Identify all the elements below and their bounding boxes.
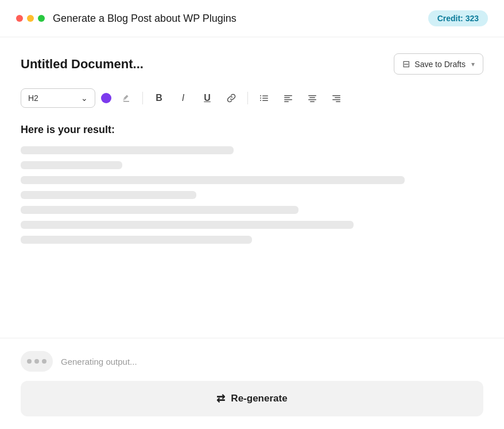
skeleton-line [21, 206, 298, 214]
heading-select-chevron: ⌄ [81, 93, 88, 103]
underline-icon: U [204, 93, 211, 103]
loading-dot-3 [42, 359, 46, 364]
svg-rect-11 [309, 98, 315, 99]
list-button[interactable] [255, 89, 273, 107]
svg-rect-14 [332, 95, 340, 96]
svg-rect-3 [262, 98, 268, 99]
skeleton-line [21, 176, 405, 184]
credit-badge: Credit: 323 [428, 10, 488, 26]
svg-rect-16 [332, 99, 340, 100]
traffic-dot-yellow [27, 15, 34, 22]
italic-icon: I [182, 93, 184, 103]
svg-rect-7 [284, 98, 290, 99]
skeleton-line [21, 221, 354, 229]
bottom-panel: Generating output... ⇄ Re-generate [0, 338, 504, 429]
underline-button[interactable]: U [198, 89, 216, 107]
generating-text: Generating output... [61, 357, 137, 366]
regenerate-label: Re-generate [231, 393, 287, 404]
svg-rect-13 [310, 102, 315, 103]
align-center-button[interactable] [303, 89, 321, 107]
save-drafts-label: Save to Drafts [414, 60, 466, 69]
loading-dot-2 [34, 359, 39, 364]
top-bar-left: Generate a Blog Post about WP Plugins [16, 13, 237, 25]
svg-rect-1 [262, 96, 268, 97]
skeleton-line [21, 236, 252, 244]
document-area: Untitled Document... ⊟ Save to Drafts ▾ … [0, 37, 504, 338]
align-left-button[interactable] [279, 89, 297, 107]
svg-rect-15 [335, 98, 340, 99]
traffic-lights [16, 15, 45, 22]
save-drafts-button[interactable]: ⊟ Save to Drafts ▾ [394, 53, 483, 75]
svg-rect-8 [284, 99, 292, 100]
svg-rect-9 [284, 102, 289, 103]
loading-dots [21, 351, 53, 372]
loading-dot-1 [27, 359, 32, 364]
chevron-down-icon: ▾ [471, 60, 475, 68]
regenerate-button[interactable]: ⇄ Re-generate [21, 381, 483, 416]
skeleton-content [21, 146, 483, 244]
skeleton-line [21, 161, 122, 169]
link-button[interactable] [222, 89, 241, 107]
page-title: Generate a Blog Post about WP Plugins [53, 13, 237, 25]
toolbar-divider-1 [142, 92, 143, 104]
traffic-dot-red [16, 15, 23, 22]
toolbar: H2 ⌄ B I U [21, 88, 483, 108]
bold-icon: B [156, 93, 162, 103]
top-bar: Generate a Blog Post about WP Plugins Cr… [0, 0, 504, 37]
svg-rect-17 [336, 102, 340, 103]
skeleton-line [21, 146, 234, 154]
align-right-button[interactable] [327, 89, 346, 107]
svg-rect-5 [262, 100, 268, 102]
document-title: Untitled Document... [21, 57, 144, 72]
svg-rect-12 [308, 99, 316, 100]
svg-rect-4 [260, 100, 261, 101]
skeleton-line [21, 191, 196, 199]
doc-header: Untitled Document... ⊟ Save to Drafts ▾ [21, 53, 483, 75]
result-title: Here is your result: [21, 124, 483, 136]
svg-rect-0 [260, 95, 261, 96]
highlight-button[interactable] [117, 89, 135, 107]
regenerate-icon: ⇄ [216, 392, 225, 405]
italic-button[interactable]: I [174, 89, 192, 107]
result-section: Here is your result: [21, 124, 483, 244]
svg-rect-2 [260, 98, 261, 99]
folder-icon: ⊟ [402, 58, 410, 69]
heading-select[interactable]: H2 ⌄ [21, 88, 95, 108]
color-picker-dot[interactable] [101, 93, 111, 103]
bold-button[interactable]: B [150, 89, 168, 107]
toolbar-divider-2 [247, 92, 248, 104]
traffic-dot-green [38, 15, 45, 22]
svg-rect-6 [284, 95, 292, 96]
heading-select-value: H2 [28, 93, 38, 103]
generating-row: Generating output... [21, 351, 483, 372]
svg-rect-10 [308, 95, 316, 96]
